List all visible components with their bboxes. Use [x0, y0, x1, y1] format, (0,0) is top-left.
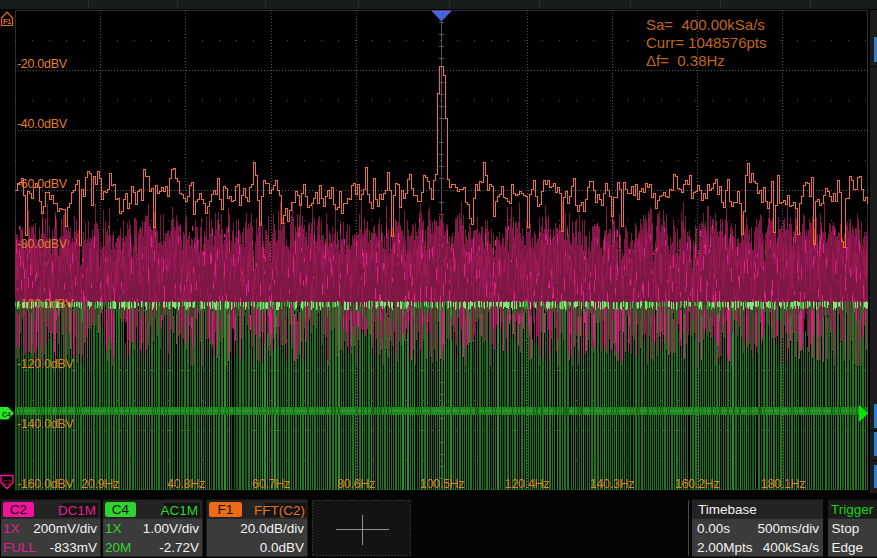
svg-text:C2: C2 [3, 479, 12, 486]
svg-text:-80.0dBV: -80.0dBV [17, 237, 68, 251]
svg-text:0.00s: 0.00s [697, 521, 730, 536]
svg-text:0.0dBV: 0.0dBV [260, 540, 304, 555]
svg-text:-60.0dBV: -60.0dBV [17, 177, 68, 191]
svg-text:20.9Hz: 20.9Hz [81, 477, 119, 491]
svg-text:400kSa/s: 400kSa/s [763, 540, 820, 555]
svg-text:-20.0dBV: -20.0dBV [17, 57, 68, 71]
svg-text:-40.0dBV: -40.0dBV [17, 117, 68, 131]
svg-text:-120.0dBV: -120.0dBV [17, 357, 74, 371]
svg-text:FFT(C2): FFT(C2) [254, 503, 305, 518]
svg-text:Δf= 0.38Hz: Δf= 0.38Hz [646, 52, 725, 69]
svg-text:-140.0dBV: -140.0dBV [17, 417, 74, 431]
svg-text:-2.72V: -2.72V [159, 540, 199, 555]
svg-text:500ms/div: 500ms/div [757, 521, 819, 536]
svg-text:Sa= 400.00kSa/s: Sa= 400.00kSa/s [646, 16, 765, 33]
svg-text:Stop: Stop [832, 521, 860, 536]
svg-text:-833mV: -833mV [50, 540, 97, 555]
svg-text:F1: F1 [3, 18, 11, 25]
svg-text:FULL: FULL [3, 540, 37, 555]
svg-text:Timebase: Timebase [698, 502, 757, 517]
svg-text:140.3Hz: 140.3Hz [590, 477, 635, 491]
svg-text:200mV/div: 200mV/div [33, 521, 97, 536]
svg-text:1.00V/div: 1.00V/div [143, 521, 200, 536]
svg-text:1X: 1X [3, 521, 20, 536]
svg-text:Edge: Edge [832, 540, 864, 555]
svg-text:C4: C4 [112, 502, 130, 517]
svg-text:C4: C4 [2, 411, 11, 418]
svg-text:C2: C2 [10, 502, 27, 517]
svg-text:2.00Mpts: 2.00Mpts [697, 540, 753, 555]
svg-text:Trigger: Trigger [831, 502, 874, 517]
svg-text:160.2Hz: 160.2Hz [675, 477, 720, 491]
svg-text:AC1M: AC1M [160, 503, 198, 518]
svg-text:-160.0dBV: -160.0dBV [17, 477, 74, 491]
svg-text:1X: 1X [105, 521, 122, 536]
svg-text:180.1Hz: 180.1Hz [761, 477, 806, 491]
svg-text:80.6Hz: 80.6Hz [337, 477, 375, 491]
svg-text:20M: 20M [105, 540, 131, 555]
svg-text:40.8Hz: 40.8Hz [167, 477, 205, 491]
svg-text:Curr= 1048576pts: Curr= 1048576pts [646, 34, 767, 51]
svg-text:20.0dB/div: 20.0dB/div [240, 521, 304, 536]
svg-text:DC1M: DC1M [58, 503, 96, 518]
svg-text:F1: F1 [218, 502, 234, 517]
svg-text:120.4Hz: 120.4Hz [505, 477, 550, 491]
svg-text:100.5Hz: 100.5Hz [420, 477, 465, 491]
svg-text:60.7Hz: 60.7Hz [252, 477, 290, 491]
